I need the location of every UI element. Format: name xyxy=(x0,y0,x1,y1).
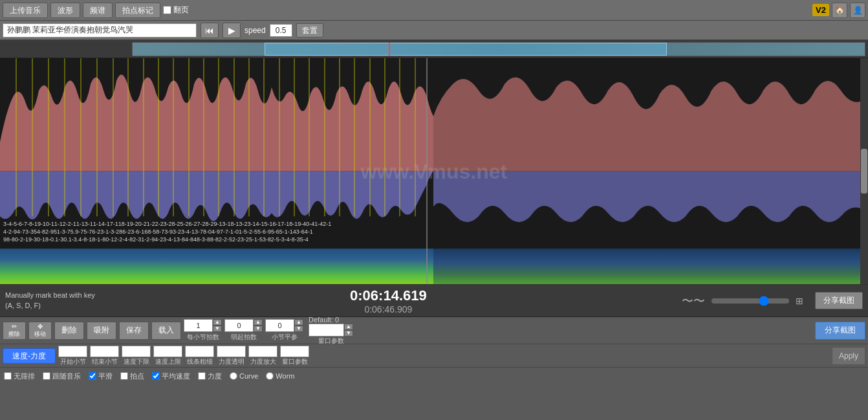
delete-button[interactable]: 删除 xyxy=(54,322,84,340)
top-toolbar: 上传音乐 波形 频谱 拍点标记 翻页 V2 🏠 👤 xyxy=(0,0,868,21)
hint-line1: Manually mark beat with key xyxy=(5,291,95,300)
worm-item: Worm xyxy=(266,372,294,380)
bar-param-input[interactable] xyxy=(265,319,294,332)
window-param-up[interactable]: ▲ xyxy=(344,324,353,330)
line-width-input[interactable] xyxy=(185,346,214,357)
follow-music-label: 跟随音乐 xyxy=(52,371,81,381)
user-button[interactable]: 👤 xyxy=(850,3,865,18)
bar-param-down[interactable]: ▼ xyxy=(294,326,303,332)
overview-track[interactable] xyxy=(132,42,865,56)
speed-low-input[interactable] xyxy=(122,346,151,357)
speed-force-button[interactable]: 速度-力度 xyxy=(3,348,56,364)
erase-icon: ✏ xyxy=(12,323,17,330)
beat-mark-button[interactable]: 拍点标记 xyxy=(115,3,160,18)
move-icon: ✥ xyxy=(38,323,43,330)
force-opacity-input[interactable] xyxy=(217,346,246,357)
window-param-spin: ▲ ▼ xyxy=(344,324,353,337)
force-max-group: 力度放大 xyxy=(248,346,277,366)
window-param-label: 窗口参数 xyxy=(309,337,353,346)
downbeat-group: ▲ ▼ 弱起拍数 xyxy=(224,319,263,342)
play-icon: ▶ xyxy=(228,25,235,36)
default-area: Default: 0 ▲ ▼ 窗口参数 xyxy=(309,316,353,346)
home-icon: 🏠 xyxy=(835,6,845,15)
apply2-button[interactable]: Apply xyxy=(832,347,865,365)
zoom-slider[interactable] xyxy=(711,298,789,304)
rewind-icon: ⏮ xyxy=(205,25,214,36)
speed-controls-bar: 速度-力度 开始小节 结束小节 速度下限 速度上限 线条粗细 力度透明 力度放大… xyxy=(0,344,868,368)
downbeat-input-row: ▲ ▼ xyxy=(224,319,263,332)
smooth-label: 平滑 xyxy=(98,371,113,381)
worm-radio[interactable] xyxy=(266,372,274,380)
upload-music-button[interactable]: 上传音乐 xyxy=(3,3,48,18)
waveform-button[interactable]: 波形 xyxy=(50,3,80,18)
rewind-button[interactable]: ⏮ xyxy=(201,23,219,38)
right-scrollbar[interactable] xyxy=(860,58,868,284)
smooth-checkbox[interactable] xyxy=(89,372,96,380)
speed-low-label: 速度下限 xyxy=(124,357,149,366)
window-param-input[interactable] xyxy=(309,324,344,337)
clip-button[interactable]: 分享截图 xyxy=(815,292,863,309)
force-max-input[interactable] xyxy=(248,346,277,357)
second-toolbar: ⏮ ▶ speed 套置 xyxy=(0,21,868,40)
curve-label: Curve xyxy=(239,372,258,380)
erase-button[interactable]: ✏ 擦除 xyxy=(3,322,26,340)
song-title-input[interactable] xyxy=(3,23,197,38)
smooth-item: 平滑 xyxy=(89,371,113,381)
window-param2-group: 窗口参数 xyxy=(280,346,309,366)
beats-per-bar-spin: ▲ ▼ xyxy=(213,319,222,332)
waveform-area[interactable]: 3-4-5-6-7-8-19-10-11-12-2-11-13-11-14-17… xyxy=(0,58,868,285)
speed-high-input[interactable] xyxy=(153,346,182,357)
bar-param-label: 小节平参 xyxy=(272,333,298,342)
window-param-down[interactable]: ▼ xyxy=(344,330,353,337)
beats-per-bar-up[interactable]: ▲ xyxy=(213,319,222,326)
play-button[interactable]: ▶ xyxy=(222,23,241,38)
home-button[interactable]: 🏠 xyxy=(832,3,847,18)
erase-label: 擦除 xyxy=(8,330,20,338)
import-button[interactable]: 载入 xyxy=(151,322,181,340)
flip-checkbox[interactable] xyxy=(163,6,171,14)
end-bar-input[interactable] xyxy=(90,346,119,357)
waveform-svg: 3-4-5-6-7-8-19-10-11-12-2-11-13-11-14-17… xyxy=(0,58,868,284)
end-bar-group: 结束小节 xyxy=(90,346,119,366)
zoom-end-icon: ⊞ xyxy=(796,296,803,306)
flip-checkbox-item: 翻页 xyxy=(163,5,189,16)
svg-text:98-80-2-19-30-18-0.1-30.1-3.4-: 98-80-2-19-30-18-0.1-30.1-3.4-8-18-1-80-… xyxy=(3,236,309,243)
downbeat-up[interactable]: ▲ xyxy=(254,319,263,326)
beats-per-bar-input[interactable] xyxy=(184,319,213,332)
avg-speed-item: 平均速度 xyxy=(152,371,190,381)
curve-radio[interactable] xyxy=(230,372,237,380)
secondary-time: 0:06:46.909 xyxy=(364,304,412,315)
avg-speed-checkbox[interactable] xyxy=(152,372,160,380)
bar-param-up[interactable]: ▲ xyxy=(294,319,303,326)
move-button[interactable]: ✥ 移动 xyxy=(28,322,52,340)
spectrum-button[interactable]: 频谱 xyxy=(83,3,113,18)
beat-point-checkbox[interactable] xyxy=(120,372,128,380)
downbeat-input[interactable] xyxy=(224,319,254,332)
svg-text:4-2-94-73-354-82-951-3-75.9-75: 4-2-94-73-354-82-951-3-75.9-75-76-23-1-3… xyxy=(3,228,313,235)
downbeat-down[interactable]: ▼ xyxy=(254,326,263,332)
no-filter-checkbox[interactable] xyxy=(4,372,12,380)
window-param2-input[interactable] xyxy=(280,346,309,357)
svg-rect-2 xyxy=(433,249,868,284)
force-checkbox[interactable] xyxy=(198,372,206,380)
share-clip-button[interactable]: 分享截图 xyxy=(815,322,865,340)
overview-cursor xyxy=(389,43,390,56)
follow-music-checkbox[interactable] xyxy=(43,372,50,380)
window-param2-label: 窗口参数 xyxy=(282,357,308,366)
adsorb-button[interactable]: 吸附 xyxy=(87,322,116,340)
follow-music-item: 跟随音乐 xyxy=(43,371,81,381)
bar-param-spin: ▲ ▼ xyxy=(294,319,303,332)
beats-per-bar-input-row: ▲ ▼ xyxy=(184,319,222,332)
curve-item: Curve xyxy=(230,372,258,380)
end-bar-label: 结束小节 xyxy=(92,357,118,366)
speed-input[interactable] xyxy=(270,24,292,37)
force-item: 力度 xyxy=(198,371,222,381)
user-icon: 👤 xyxy=(853,6,863,15)
force-max-label: 力度放大 xyxy=(250,357,276,366)
start-bar-input[interactable] xyxy=(58,346,87,357)
save-button[interactable]: 保存 xyxy=(119,322,149,340)
speed-label: speed xyxy=(244,26,266,35)
start-bar-label: 开始小节 xyxy=(60,357,86,366)
beats-per-bar-down[interactable]: ▼ xyxy=(213,326,222,332)
apply-button[interactable]: 套置 xyxy=(296,23,323,38)
